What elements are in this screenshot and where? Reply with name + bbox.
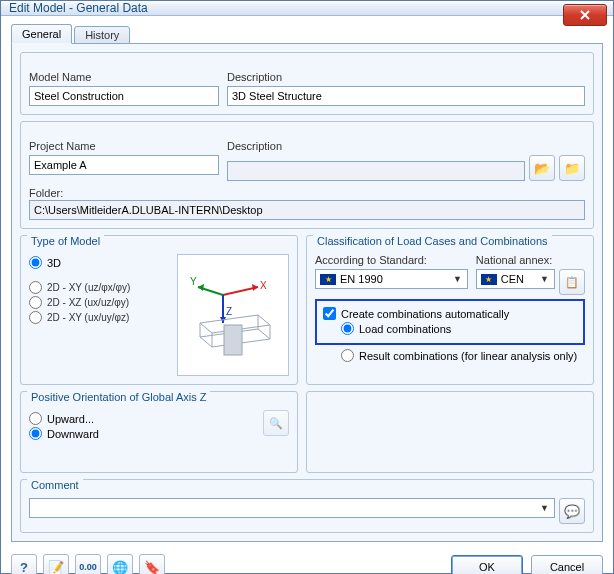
notes-button[interactable]: 📝 xyxy=(43,554,69,574)
model-name-input[interactable] xyxy=(29,86,219,106)
folder-input[interactable] xyxy=(29,200,585,220)
radio-3d-label: 3D xyxy=(47,257,61,269)
chevron-down-icon: ▼ xyxy=(537,274,552,284)
chevron-down-icon: ▼ xyxy=(537,503,552,513)
radio-2d-xy2-row[interactable]: 2D - XY (ux/uy/φz) xyxy=(29,311,169,324)
type-of-model-title: Type of Model xyxy=(27,235,104,247)
tab-panel-general: Model Name Description Project Name xyxy=(11,43,603,542)
comment-title: Comment xyxy=(27,479,83,491)
annex-label: National annex: xyxy=(476,254,585,266)
radio-result-combos[interactable] xyxy=(341,349,354,362)
classification-title: Classification of Load Cases and Combina… xyxy=(313,235,552,247)
radio-load-combos[interactable] xyxy=(341,322,354,335)
folder-open-icon: 📂 xyxy=(534,161,550,176)
help-button[interactable]: ? xyxy=(11,554,37,574)
titlebar: Edit Model - General Data xyxy=(1,1,613,16)
model-desc-label: Description xyxy=(227,71,585,83)
folder-label: Folder: xyxy=(29,187,585,199)
svg-marker-1 xyxy=(252,284,258,291)
radio-upward-label: Upward... xyxy=(47,413,94,425)
check-create-combos-label: Create combinations automatically xyxy=(341,308,509,320)
radio-2d-xz-label: 2D - XZ (ux/uz/φy) xyxy=(47,297,129,308)
units-icon: 0.00 xyxy=(79,562,97,572)
comment-input[interactable]: ▼ xyxy=(29,498,555,518)
check-create-combos-row[interactable]: Create combinations automatically xyxy=(323,307,577,320)
orientation-title: Positive Orientation of Global Axis Z xyxy=(27,391,210,403)
folder-new-icon: 📁 xyxy=(564,161,580,176)
orientation-info-button[interactable]: 🔍 xyxy=(263,410,289,436)
radio-upward-row[interactable]: Upward... xyxy=(29,412,255,425)
radio-2d-xy-label: 2D - XY (uz/φx/φy) xyxy=(47,282,130,293)
tool-a-button[interactable]: 🌐 xyxy=(107,554,133,574)
standard-value: EN 1990 xyxy=(340,273,383,285)
tool-b-button[interactable]: 🔖 xyxy=(139,554,165,574)
dialog-edit-model: Edit Model - General Data General Histor… xyxy=(0,0,614,574)
settings-table-icon: 📋 xyxy=(565,276,579,289)
radio-downward-row[interactable]: Downward xyxy=(29,427,255,440)
group-type-of-model: Type of Model 3D 2D - XY (uz/φx/φy) xyxy=(20,235,298,385)
chevron-down-icon: ▼ xyxy=(450,274,465,284)
group-model: Model Name Description xyxy=(20,52,594,115)
units-button[interactable]: 0.00 xyxy=(75,554,101,574)
project-desc-input[interactable] xyxy=(227,161,525,181)
radio-2d-xy2[interactable] xyxy=(29,311,42,324)
speech-bubble-icon: 💬 xyxy=(564,504,580,519)
annex-settings-button[interactable]: 📋 xyxy=(559,269,585,295)
radio-downward[interactable] xyxy=(29,427,42,440)
radio-2d-xz-row[interactable]: 2D - XZ (ux/uz/φy) xyxy=(29,296,169,309)
radio-load-combos-row[interactable]: Load combinations xyxy=(341,322,577,335)
search-doc-icon: 🔍 xyxy=(269,417,283,430)
cancel-button[interactable]: Cancel xyxy=(531,555,603,574)
close-button[interactable] xyxy=(563,4,607,26)
standard-select[interactable]: ★EN 1990 ▼ xyxy=(315,269,468,289)
check-create-combos[interactable] xyxy=(323,307,336,320)
standard-label: According to Standard: xyxy=(315,254,468,266)
group-project: Project Name Description 📂 📁 xyxy=(20,121,594,229)
radio-upward[interactable] xyxy=(29,412,42,425)
ok-button[interactable]: OK xyxy=(451,555,523,574)
group-classification: Classification of Load Cases and Combina… xyxy=(306,235,594,385)
radio-2d-xy-row[interactable]: 2D - XY (uz/φx/φy) xyxy=(29,281,169,294)
svg-marker-4 xyxy=(198,284,204,291)
group-spacer xyxy=(306,391,594,473)
project-browse-button[interactable]: 📂 xyxy=(529,155,555,181)
tag-icon: 🔖 xyxy=(144,560,160,575)
close-icon xyxy=(580,10,590,20)
tab-history[interactable]: History xyxy=(74,26,130,44)
project-name-label: Project Name xyxy=(29,140,219,152)
eu-flag-icon: ★ xyxy=(320,274,336,285)
annex-value: CEN xyxy=(501,273,524,285)
eu-flag-icon-2: ★ xyxy=(481,274,497,285)
project-new-button[interactable]: 📁 xyxy=(559,155,585,181)
group-comment: Comment ▼ 💬 xyxy=(20,479,594,533)
radio-load-combos-label: Load combinations xyxy=(359,323,451,335)
annex-select[interactable]: ★CEN ▼ xyxy=(476,269,555,289)
svg-rect-13 xyxy=(224,325,242,355)
svg-text:X: X xyxy=(260,280,267,291)
model-name-label: Model Name xyxy=(29,71,219,83)
project-desc-label: Description xyxy=(227,140,585,152)
model-desc-input[interactable] xyxy=(227,86,585,106)
svg-text:Z: Z xyxy=(226,306,232,317)
radio-3d[interactable] xyxy=(29,256,42,269)
highlight-create-combinations: Create combinations automatically Load c… xyxy=(315,299,585,345)
notes-icon: 📝 xyxy=(48,560,64,575)
radio-2d-xy[interactable] xyxy=(29,281,42,294)
radio-2d-xz[interactable] xyxy=(29,296,42,309)
help-icon: ? xyxy=(20,560,28,575)
radio-downward-label: Downward xyxy=(47,428,99,440)
model-preview: X Y Z xyxy=(177,254,289,376)
radio-result-combos-label: Result combinations (for linear analysis… xyxy=(359,350,577,362)
window-title: Edit Model - General Data xyxy=(9,1,148,15)
project-name-input[interactable] xyxy=(29,155,219,175)
globe-plus-icon: 🌐 xyxy=(112,560,128,575)
group-orientation: Positive Orientation of Global Axis Z Up… xyxy=(20,391,298,473)
radio-3d-row[interactable]: 3D xyxy=(29,256,169,269)
radio-2d-xy2-label: 2D - XY (ux/uy/φz) xyxy=(47,312,129,323)
svg-text:Y: Y xyxy=(190,276,197,287)
bottom-bar: ? 📝 0.00 🌐 🔖 OK Cancel xyxy=(1,548,613,574)
tab-general[interactable]: General xyxy=(11,24,72,44)
radio-result-combos-row[interactable]: Result combinations (for linear analysis… xyxy=(341,349,585,362)
comment-pick-button[interactable]: 💬 xyxy=(559,498,585,524)
axes-3d-icon: X Y Z xyxy=(188,265,278,365)
